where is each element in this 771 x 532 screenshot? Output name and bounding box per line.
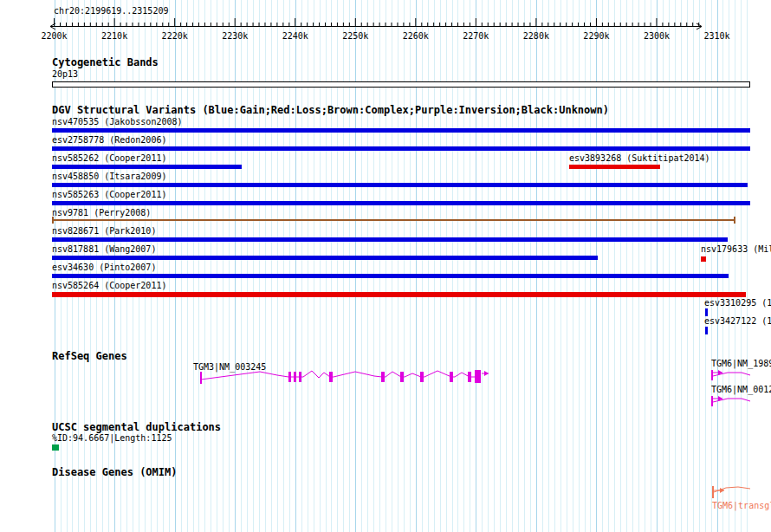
gene-exon [288, 372, 291, 382]
gene-arrowhead [484, 371, 489, 376]
genome-browser-canvas: chr20:2199619..2315209 2200k2210k2220k22… [0, 0, 771, 532]
gene-exon [450, 372, 453, 382]
gene-exon [381, 372, 385, 382]
gene-exon [420, 372, 424, 382]
gene-label[interactable]: TGM6|transgl [712, 501, 771, 511]
gene-glyph-layer [0, 0, 771, 532]
gene-exon [400, 372, 404, 382]
gene-exon [294, 372, 296, 382]
gene-exon [329, 372, 333, 382]
gene-label[interactable]: TGM6|NM_1989 [711, 359, 771, 369]
gene-exon [468, 372, 471, 382]
gene-exon [299, 372, 301, 382]
gene-label[interactable]: TGM3|NM_003245 [193, 362, 266, 373]
gene-label[interactable]: TGM6|NM_0012 [711, 385, 771, 395]
gene-intron-line [714, 487, 750, 492]
gene-exon [475, 370, 481, 383]
